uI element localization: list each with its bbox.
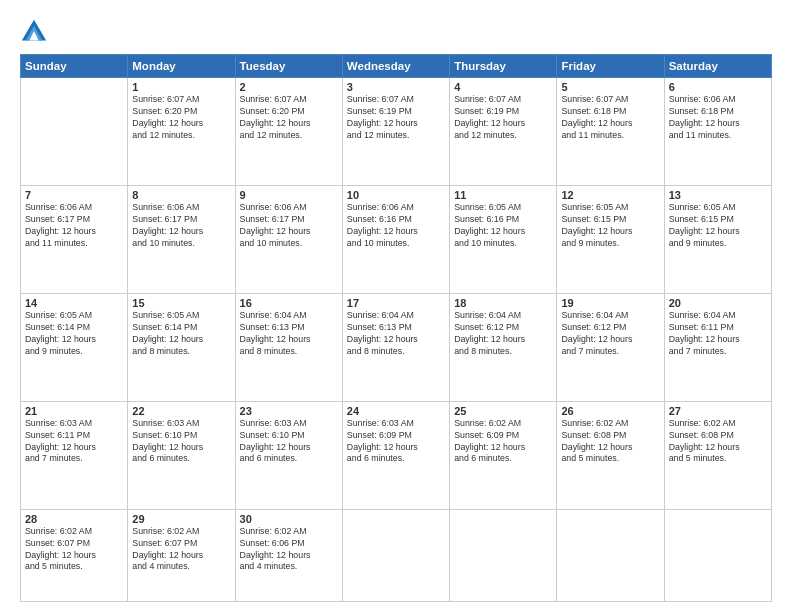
day-info: Sunrise: 6:02 AM Sunset: 6:07 PM Dayligh… xyxy=(25,526,123,574)
day-info: Sunrise: 6:04 AM Sunset: 6:13 PM Dayligh… xyxy=(347,310,445,358)
day-number: 7 xyxy=(25,189,123,201)
week-row-4: 21Sunrise: 6:03 AM Sunset: 6:11 PM Dayli… xyxy=(21,401,772,509)
day-info: Sunrise: 6:06 AM Sunset: 6:18 PM Dayligh… xyxy=(669,94,767,142)
calendar-cell: 12Sunrise: 6:05 AM Sunset: 6:15 PM Dayli… xyxy=(557,185,664,293)
weekday-header-friday: Friday xyxy=(557,55,664,78)
calendar-cell: 6Sunrise: 6:06 AM Sunset: 6:18 PM Daylig… xyxy=(664,78,771,186)
day-info: Sunrise: 6:06 AM Sunset: 6:16 PM Dayligh… xyxy=(347,202,445,250)
weekday-header-row: SundayMondayTuesdayWednesdayThursdayFrid… xyxy=(21,55,772,78)
weekday-header-monday: Monday xyxy=(128,55,235,78)
day-info: Sunrise: 6:05 AM Sunset: 6:16 PM Dayligh… xyxy=(454,202,552,250)
calendar-cell: 30Sunrise: 6:02 AM Sunset: 6:06 PM Dayli… xyxy=(235,509,342,601)
calendar-cell xyxy=(450,509,557,601)
day-info: Sunrise: 6:07 AM Sunset: 6:20 PM Dayligh… xyxy=(132,94,230,142)
day-info: Sunrise: 6:07 AM Sunset: 6:19 PM Dayligh… xyxy=(454,94,552,142)
day-info: Sunrise: 6:04 AM Sunset: 6:11 PM Dayligh… xyxy=(669,310,767,358)
logo-icon xyxy=(20,18,48,46)
calendar-cell: 18Sunrise: 6:04 AM Sunset: 6:12 PM Dayli… xyxy=(450,293,557,401)
day-info: Sunrise: 6:03 AM Sunset: 6:09 PM Dayligh… xyxy=(347,418,445,466)
day-number: 24 xyxy=(347,405,445,417)
weekday-header-sunday: Sunday xyxy=(21,55,128,78)
day-number: 2 xyxy=(240,81,338,93)
day-info: Sunrise: 6:02 AM Sunset: 6:08 PM Dayligh… xyxy=(561,418,659,466)
calendar-cell: 7Sunrise: 6:06 AM Sunset: 6:17 PM Daylig… xyxy=(21,185,128,293)
calendar-cell: 2Sunrise: 6:07 AM Sunset: 6:20 PM Daylig… xyxy=(235,78,342,186)
calendar-cell: 26Sunrise: 6:02 AM Sunset: 6:08 PM Dayli… xyxy=(557,401,664,509)
calendar-cell: 11Sunrise: 6:05 AM Sunset: 6:16 PM Dayli… xyxy=(450,185,557,293)
calendar-cell: 22Sunrise: 6:03 AM Sunset: 6:10 PM Dayli… xyxy=(128,401,235,509)
day-number: 5 xyxy=(561,81,659,93)
calendar-cell: 10Sunrise: 6:06 AM Sunset: 6:16 PM Dayli… xyxy=(342,185,449,293)
day-info: Sunrise: 6:05 AM Sunset: 6:15 PM Dayligh… xyxy=(561,202,659,250)
header xyxy=(20,18,772,46)
calendar-cell: 13Sunrise: 6:05 AM Sunset: 6:15 PM Dayli… xyxy=(664,185,771,293)
calendar-cell: 1Sunrise: 6:07 AM Sunset: 6:20 PM Daylig… xyxy=(128,78,235,186)
weekday-header-thursday: Thursday xyxy=(450,55,557,78)
day-number: 25 xyxy=(454,405,552,417)
day-info: Sunrise: 6:04 AM Sunset: 6:12 PM Dayligh… xyxy=(454,310,552,358)
calendar-cell: 20Sunrise: 6:04 AM Sunset: 6:11 PM Dayli… xyxy=(664,293,771,401)
calendar-cell: 3Sunrise: 6:07 AM Sunset: 6:19 PM Daylig… xyxy=(342,78,449,186)
calendar-cell xyxy=(664,509,771,601)
day-info: Sunrise: 6:07 AM Sunset: 6:19 PM Dayligh… xyxy=(347,94,445,142)
calendar-cell: 27Sunrise: 6:02 AM Sunset: 6:08 PM Dayli… xyxy=(664,401,771,509)
day-number: 27 xyxy=(669,405,767,417)
weekday-header-tuesday: Tuesday xyxy=(235,55,342,78)
day-number: 8 xyxy=(132,189,230,201)
day-number: 23 xyxy=(240,405,338,417)
day-info: Sunrise: 6:06 AM Sunset: 6:17 PM Dayligh… xyxy=(132,202,230,250)
day-number: 12 xyxy=(561,189,659,201)
day-info: Sunrise: 6:04 AM Sunset: 6:12 PM Dayligh… xyxy=(561,310,659,358)
day-info: Sunrise: 6:06 AM Sunset: 6:17 PM Dayligh… xyxy=(25,202,123,250)
calendar-cell: 9Sunrise: 6:06 AM Sunset: 6:17 PM Daylig… xyxy=(235,185,342,293)
week-row-5: 28Sunrise: 6:02 AM Sunset: 6:07 PM Dayli… xyxy=(21,509,772,601)
calendar-cell: 17Sunrise: 6:04 AM Sunset: 6:13 PM Dayli… xyxy=(342,293,449,401)
weekday-header-wednesday: Wednesday xyxy=(342,55,449,78)
day-number: 6 xyxy=(669,81,767,93)
day-number: 28 xyxy=(25,513,123,525)
day-number: 11 xyxy=(454,189,552,201)
day-number: 13 xyxy=(669,189,767,201)
day-number: 21 xyxy=(25,405,123,417)
day-number: 30 xyxy=(240,513,338,525)
calendar-cell: 8Sunrise: 6:06 AM Sunset: 6:17 PM Daylig… xyxy=(128,185,235,293)
calendar-cell: 23Sunrise: 6:03 AM Sunset: 6:10 PM Dayli… xyxy=(235,401,342,509)
day-number: 14 xyxy=(25,297,123,309)
day-number: 4 xyxy=(454,81,552,93)
calendar-cell: 19Sunrise: 6:04 AM Sunset: 6:12 PM Dayli… xyxy=(557,293,664,401)
weekday-header-saturday: Saturday xyxy=(664,55,771,78)
day-info: Sunrise: 6:02 AM Sunset: 6:07 PM Dayligh… xyxy=(132,526,230,574)
calendar-cell: 15Sunrise: 6:05 AM Sunset: 6:14 PM Dayli… xyxy=(128,293,235,401)
day-number: 18 xyxy=(454,297,552,309)
day-info: Sunrise: 6:05 AM Sunset: 6:15 PM Dayligh… xyxy=(669,202,767,250)
day-info: Sunrise: 6:04 AM Sunset: 6:13 PM Dayligh… xyxy=(240,310,338,358)
calendar-cell: 29Sunrise: 6:02 AM Sunset: 6:07 PM Dayli… xyxy=(128,509,235,601)
day-info: Sunrise: 6:07 AM Sunset: 6:20 PM Dayligh… xyxy=(240,94,338,142)
calendar-table: SundayMondayTuesdayWednesdayThursdayFrid… xyxy=(20,54,772,602)
calendar-cell xyxy=(21,78,128,186)
calendar-cell: 28Sunrise: 6:02 AM Sunset: 6:07 PM Dayli… xyxy=(21,509,128,601)
day-info: Sunrise: 6:03 AM Sunset: 6:10 PM Dayligh… xyxy=(240,418,338,466)
day-info: Sunrise: 6:02 AM Sunset: 6:09 PM Dayligh… xyxy=(454,418,552,466)
day-info: Sunrise: 6:02 AM Sunset: 6:08 PM Dayligh… xyxy=(669,418,767,466)
day-number: 9 xyxy=(240,189,338,201)
calendar-cell: 16Sunrise: 6:04 AM Sunset: 6:13 PM Dayli… xyxy=(235,293,342,401)
day-number: 1 xyxy=(132,81,230,93)
calendar-cell: 4Sunrise: 6:07 AM Sunset: 6:19 PM Daylig… xyxy=(450,78,557,186)
day-info: Sunrise: 6:05 AM Sunset: 6:14 PM Dayligh… xyxy=(132,310,230,358)
day-info: Sunrise: 6:03 AM Sunset: 6:11 PM Dayligh… xyxy=(25,418,123,466)
day-number: 17 xyxy=(347,297,445,309)
day-info: Sunrise: 6:03 AM Sunset: 6:10 PM Dayligh… xyxy=(132,418,230,466)
day-number: 16 xyxy=(240,297,338,309)
day-number: 22 xyxy=(132,405,230,417)
day-info: Sunrise: 6:05 AM Sunset: 6:14 PM Dayligh… xyxy=(25,310,123,358)
week-row-2: 7Sunrise: 6:06 AM Sunset: 6:17 PM Daylig… xyxy=(21,185,772,293)
week-row-3: 14Sunrise: 6:05 AM Sunset: 6:14 PM Dayli… xyxy=(21,293,772,401)
day-number: 3 xyxy=(347,81,445,93)
page: SundayMondayTuesdayWednesdayThursdayFrid… xyxy=(0,0,792,612)
week-row-1: 1Sunrise: 6:07 AM Sunset: 6:20 PM Daylig… xyxy=(21,78,772,186)
day-number: 26 xyxy=(561,405,659,417)
day-number: 10 xyxy=(347,189,445,201)
day-info: Sunrise: 6:06 AM Sunset: 6:17 PM Dayligh… xyxy=(240,202,338,250)
day-number: 19 xyxy=(561,297,659,309)
